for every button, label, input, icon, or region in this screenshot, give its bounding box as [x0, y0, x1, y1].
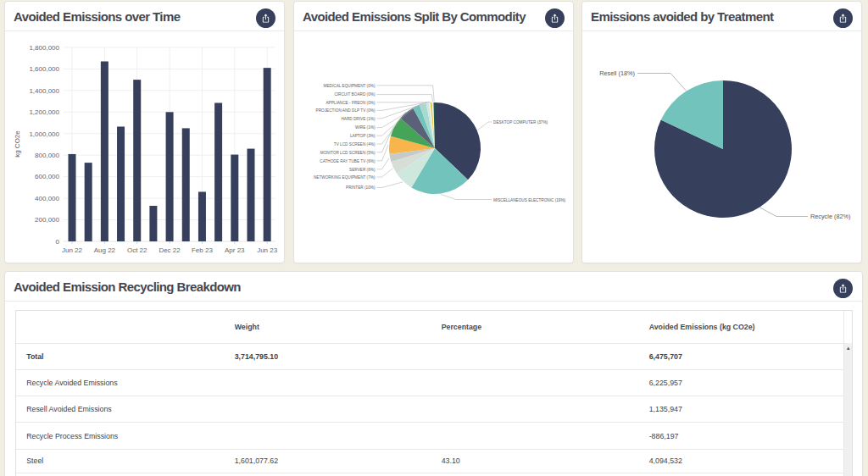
- svg-text:DESKTOP COMPUTER (37%): DESKTOP COMPUTER (37%): [493, 120, 548, 125]
- svg-text:kg CO2e: kg CO2e: [14, 130, 21, 158]
- svg-text:800,000: 800,000: [35, 152, 59, 159]
- svg-text:Jun 22: Jun 22: [62, 246, 83, 254]
- svg-text:600,000: 600,000: [35, 173, 59, 180]
- svg-text:1,200,000: 1,200,000: [29, 108, 59, 116]
- svg-text:Apr 23: Apr 23: [225, 246, 245, 254]
- svg-text:Jun 23: Jun 23: [257, 246, 278, 254]
- svg-text:1,800,000: 1,800,000: [29, 44, 59, 52]
- svg-text:400,000: 400,000: [35, 195, 59, 202]
- svg-text:Recycle (82%): Recycle (82%): [810, 213, 850, 220]
- svg-text:1,000,000: 1,000,000: [29, 130, 59, 138]
- svg-text:Feb 23: Feb 23: [192, 246, 213, 254]
- svg-text:WIRE (1%): WIRE (1%): [355, 125, 376, 130]
- svg-text:MISCELLANEOUS ELECTRONIC (19%): MISCELLANEOUS ELECTRONIC (19%): [493, 198, 566, 202]
- svg-text:NETWORKING EQUIPMENT (7%): NETWORKING EQUIPMENT (7%): [314, 175, 376, 180]
- svg-text:APPLIANCE - FREON (0%): APPLIANCE - FREON (0%): [326, 101, 376, 105]
- svg-text:MONITOR LCD SCREEN (5%): MONITOR LCD SCREEN (5%): [320, 151, 376, 155]
- svg-text:CATHODE RAY TUBE TV (6%): CATHODE RAY TUBE TV (6%): [320, 159, 376, 163]
- svg-text:200,000: 200,000: [35, 216, 59, 224]
- svg-text:MEDICAL EQUIPMENT (0%): MEDICAL EQUIPMENT (0%): [324, 84, 376, 88]
- svg-text:SERVER (6%): SERVER (6%): [349, 168, 376, 172]
- svg-text:Resell (18%): Resell (18%): [599, 69, 635, 77]
- svg-text:LAPTOP (3%): LAPTOP (3%): [350, 134, 376, 138]
- svg-text:PRINTER (10%): PRINTER (10%): [346, 185, 376, 190]
- svg-text:TV LCD SCREEN (4%): TV LCD SCREEN (4%): [334, 142, 376, 147]
- svg-text:0: 0: [56, 238, 60, 246]
- svg-text:1,400,000: 1,400,000: [29, 87, 59, 95]
- svg-text:Oct 22: Oct 22: [127, 246, 147, 254]
- svg-text:Dec 22: Dec 22: [159, 246, 181, 254]
- svg-text:CIRCUIT BOARD (0%): CIRCUIT BOARD (0%): [334, 92, 376, 97]
- svg-text:PROJECTION AND DLP TV (0%): PROJECTION AND DLP TV (0%): [316, 108, 376, 113]
- svg-text:HARD DRIVE (1%): HARD DRIVE (1%): [341, 117, 376, 121]
- svg-text:1,600,000: 1,600,000: [29, 65, 59, 73]
- svg-text:Aug 22: Aug 22: [94, 246, 116, 254]
